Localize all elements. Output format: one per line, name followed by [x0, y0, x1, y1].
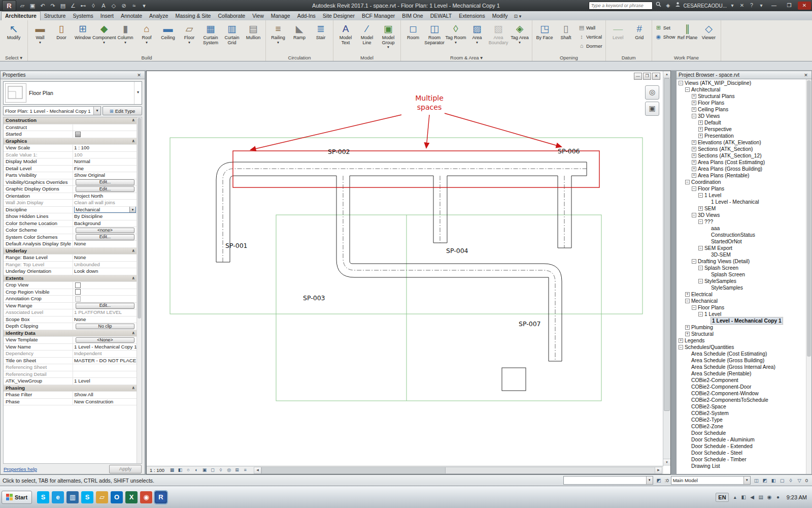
by-face-button[interactable]: ◳By Face	[534, 21, 555, 41]
prop-view-range-button[interactable]: Edit...	[76, 303, 134, 309]
design-options-combo[interactable]: Main Model▾	[671, 476, 751, 485]
collapse-chevron-icon[interactable]: ∧	[132, 330, 136, 337]
tray-show-hidden-icon[interactable]: ▴	[732, 494, 738, 500]
ref-plane-button[interactable]: ∥Ref Plane	[676, 21, 698, 41]
browser-item-area-schedule-rentable[interactable]: Area Schedule (Rentable)	[676, 370, 806, 377]
taskbar-revit-icon[interactable]: R	[155, 491, 167, 503]
annotation-selection-box[interactable]	[233, 151, 599, 187]
browser-item-drawing-list[interactable]: Drawing List	[676, 463, 806, 469]
scroll-right-icon[interactable]: ▶	[655, 467, 662, 473]
section-underlay[interactable]: Underlay∧	[4, 248, 137, 255]
collapse-icon[interactable]: −	[692, 305, 696, 310]
browser-item-3d-sem[interactable]: 3D-SEM	[676, 251, 806, 258]
minimize-button[interactable]: —	[767, 2, 781, 10]
tag-icon[interactable]: ◊	[89, 2, 98, 10]
exclude-options-icon[interactable]: ▢	[779, 477, 786, 484]
prop-depth-clipping-button[interactable]: No clip	[76, 324, 134, 330]
section-phasing[interactable]: Phasing∧	[4, 385, 137, 392]
print-icon[interactable]: ▤	[58, 2, 67, 10]
collapse-icon[interactable]: −	[692, 186, 696, 191]
start-button[interactable]: Start	[2, 491, 32, 504]
qat-menu-icon[interactable]: ▾	[140, 2, 149, 10]
worksharing-icon[interactable]: ◫	[753, 477, 760, 484]
temporary-hide-icon[interactable]: ◊	[217, 467, 225, 473]
prop-system-color-schemes-button[interactable]: Edit...	[76, 234, 134, 240]
properties-scrollbar[interactable]	[137, 117, 142, 463]
prop-value[interactable]: None	[73, 316, 137, 323]
duct-geometry[interactable]	[216, 162, 587, 391]
save-icon[interactable]: ▣	[28, 2, 37, 10]
model-text-button[interactable]: AModel Text	[335, 21, 356, 45]
collapse-chevron-icon[interactable]: ∧	[132, 138, 136, 145]
tray-updates-icon[interactable]: ●	[775, 494, 782, 500]
taskbar-folder-icon[interactable]: ▱	[96, 491, 108, 503]
taskbar-internet-explorer-icon[interactable]: e	[52, 491, 64, 503]
panel-label-build[interactable]: Build	[28, 54, 265, 61]
browser-item-architectural[interactable]: −Architectural	[676, 86, 806, 93]
aligned-dimension-icon[interactable]: ⊷	[79, 2, 88, 10]
model-line-button[interactable]: ∕Model Line	[356, 21, 378, 45]
panel-label-room-area[interactable]: Room & Area ▾	[401, 54, 532, 61]
browser-item-sections-atk-section[interactable]: +Sections (ATK_Section)	[676, 146, 806, 152]
browser-item-door-schedule-extended[interactable]: Door Schedule - Extended	[676, 443, 806, 450]
browser-item-presentation[interactable]: +Presentation	[676, 133, 806, 139]
space-label-sp-006[interactable]: SP-006	[558, 147, 580, 155]
expand-icon[interactable]: +	[692, 101, 696, 105]
collapse-icon[interactable]: −	[698, 193, 703, 198]
collapse-icon[interactable]: −	[698, 246, 703, 250]
browser-item-3d-views[interactable]: −3D Views	[676, 212, 806, 218]
browser-item-plumbing[interactable]: +Plumbing	[676, 324, 806, 331]
collapse-icon[interactable]: −	[698, 312, 703, 316]
prop-crop-view-checkbox[interactable]	[75, 282, 81, 288]
column-button[interactable]: ▮Column▼	[115, 21, 136, 44]
thin-lines-icon[interactable]: ≈	[129, 2, 139, 10]
expand-icon[interactable]: +	[692, 107, 696, 112]
taskbar-skype-icon[interactable]: S	[37, 491, 49, 503]
collapse-icon[interactable]: −	[685, 87, 690, 92]
ribbon-display-toggle-icon[interactable]: ⊡ ▾	[512, 14, 524, 20]
press-drag-icon[interactable]: ◊	[787, 477, 795, 484]
ceiling-button[interactable]: ▬Ceiling	[157, 21, 179, 41]
prop-discipline-combo[interactable]: Mechanical▾	[74, 207, 136, 213]
expand-icon[interactable]: +	[685, 292, 690, 297]
browser-item-floor-plans[interactable]: −Floor Plans	[676, 304, 806, 311]
railing-button[interactable]: ≡Railing▼	[267, 21, 289, 44]
browser-item-splash-screen[interactable]: −Splash Screen	[676, 265, 806, 271]
help-icon[interactable]: ?	[748, 2, 756, 10]
collapse-icon[interactable]: −	[698, 279, 703, 283]
browser-item-sections-atk-section-12[interactable]: +Sections (ATK_Section_12)	[676, 152, 806, 159]
browser-item-area-plans-gross-building[interactable]: +Area Plans (Gross Building)	[676, 166, 806, 172]
browser-item-door-schedule-aluminium[interactable]: Door Schedule - Aluminium	[676, 436, 806, 443]
tray-network-icon[interactable]: ◧	[740, 494, 747, 500]
panel-label-circulation[interactable]: Circulation	[266, 54, 333, 61]
panel-label-opening[interactable]: Opening	[532, 54, 605, 61]
collapse-icon[interactable]: −	[692, 114, 696, 118]
prop-value[interactable]: Look down	[73, 268, 137, 275]
tab-site-designer[interactable]: Site Designer	[319, 12, 358, 20]
set-button[interactable]: ⊞Set	[654, 23, 677, 32]
tag-room-button[interactable]: ◊Tag Room▼	[445, 21, 466, 44]
prop-value[interactable]: By Discipline	[73, 213, 137, 220]
close-button[interactable]: ✕	[798, 2, 811, 10]
browser-item-cobie2-component[interactable]: COBie2-Component	[676, 377, 806, 384]
reveal-hidden-icon[interactable]: ◎	[225, 467, 233, 473]
browser-item-aaa[interactable]: aaa	[676, 225, 806, 232]
collapse-icon[interactable]: −	[685, 299, 690, 303]
browser-item-1-level-mechanical-copy-1[interactable]: 1 Level - Mechanical Copy 1	[676, 318, 806, 324]
taskbar-skype-2-icon[interactable]: S	[81, 491, 93, 503]
shadows-icon[interactable]: ◐	[192, 467, 200, 473]
worksets-combo[interactable]: ▾	[563, 476, 653, 485]
collapse-icon[interactable]: −	[679, 81, 683, 85]
expand-icon[interactable]: +	[692, 173, 696, 178]
expand-icon[interactable]: +	[698, 127, 703, 132]
properties-header[interactable]: Properties ✕	[1, 71, 145, 79]
space-label-sp-003[interactable]: SP-003	[303, 294, 325, 302]
type-selector-dropdown-icon[interactable]: ▾	[134, 82, 142, 104]
browser-item-startedornot[interactable]: StartedOrNot	[676, 238, 806, 245]
browser-item-1-level-mechanical[interactable]: 1 Level - Mechanical	[676, 199, 806, 205]
instance-selector[interactable]: Floor Plan: 1 Level - Mechanical Copy 1 …	[3, 106, 101, 115]
zoom-cube-icon[interactable]: ▣	[645, 102, 659, 116]
undo-icon[interactable]: ↶	[38, 2, 47, 10]
expand-icon[interactable]: +	[685, 332, 690, 336]
exchange-apps-icon[interactable]: ◈	[664, 2, 672, 10]
